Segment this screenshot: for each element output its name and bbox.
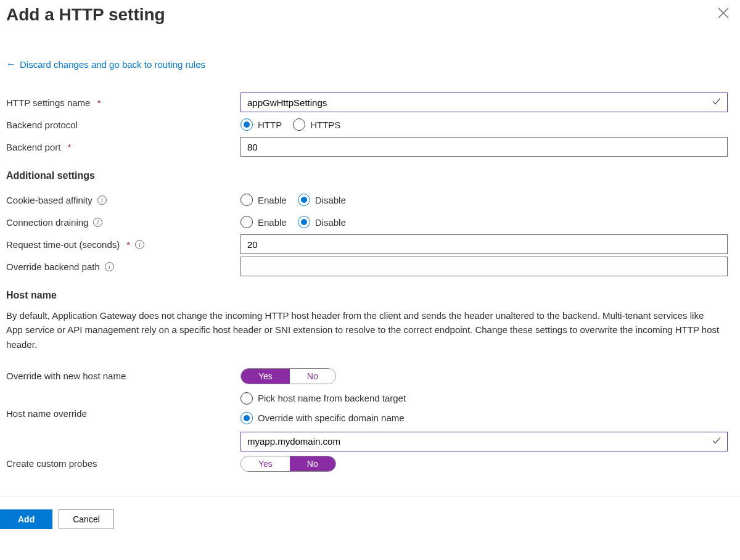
- protocol-https-label: HTTPS: [310, 120, 340, 130]
- info-icon[interactable]: i: [135, 240, 144, 249]
- draining-disable-label: Disable: [315, 217, 346, 228]
- hostname-description: By default, Application Gateway does not…: [6, 308, 722, 352]
- port-label: Backend port: [6, 142, 60, 152]
- settings-name-input[interactable]: [240, 93, 728, 112]
- override-new-toggle[interactable]: Yes No: [240, 368, 336, 384]
- discard-link[interactable]: ← Discard changes and go back to routing…: [6, 59, 734, 70]
- timeout-input[interactable]: [240, 234, 728, 254]
- page-title: Add a HTTP setting: [6, 5, 165, 25]
- draining-enable-radio[interactable]: Enable: [240, 216, 287, 228]
- cookie-label: Cookie-based affinity: [6, 195, 92, 205]
- specific-domain-radio[interactable]: Override with specific domain name: [240, 412, 406, 424]
- custom-probes-no[interactable]: No: [290, 456, 335, 471]
- draining-enable-label: Enable: [258, 217, 287, 228]
- custom-probes-toggle[interactable]: Yes No: [240, 456, 336, 472]
- timeout-label: Request time-out (seconds): [6, 239, 120, 250]
- port-input[interactable]: [240, 137, 728, 157]
- override-new-yes[interactable]: Yes: [241, 369, 290, 384]
- override-path-label: Override backend path: [6, 261, 100, 272]
- protocol-http-label: HTTP: [258, 120, 282, 130]
- pick-from-backend-label: Pick host name from backend target: [258, 393, 406, 403]
- discard-link-label: Discard changes and go back to routing r…: [20, 59, 205, 70]
- add-button[interactable]: Add: [0, 509, 52, 529]
- specific-domain-label: Override with specific domain name: [258, 413, 405, 423]
- hostname-heading: Host name: [6, 290, 734, 301]
- close-icon[interactable]: [713, 5, 734, 23]
- override-new-no[interactable]: No: [290, 369, 335, 384]
- additional-heading: Additional settings: [6, 170, 734, 181]
- custom-probes-label: Create custom probes: [6, 458, 97, 469]
- cookie-enable-label: Enable: [258, 195, 287, 205]
- protocol-label: Backend protocol: [6, 120, 78, 130]
- custom-probes-yes[interactable]: Yes: [241, 456, 290, 471]
- cookie-disable-radio[interactable]: Disable: [298, 194, 346, 206]
- cookie-enable-radio[interactable]: Enable: [240, 194, 287, 206]
- cookie-disable-label: Disable: [315, 195, 346, 205]
- info-icon[interactable]: i: [93, 218, 102, 227]
- arrow-left-icon: ←: [6, 59, 16, 70]
- required-star: *: [67, 142, 71, 152]
- info-icon[interactable]: i: [105, 262, 114, 271]
- protocol-http-radio[interactable]: HTTP: [240, 118, 282, 131]
- domain-input[interactable]: [240, 432, 728, 451]
- draining-label: Connection draining: [6, 217, 88, 228]
- pick-from-backend-radio[interactable]: Pick host name from backend target: [240, 392, 406, 405]
- draining-disable-radio[interactable]: Disable: [298, 216, 346, 228]
- settings-name-label: HTTP settings name: [6, 97, 90, 108]
- override-path-input[interactable]: [240, 257, 728, 276]
- hostname-override-label: Host name override: [6, 408, 87, 419]
- info-icon[interactable]: i: [97, 196, 107, 205]
- override-new-label: Override with new host name: [6, 371, 126, 381]
- required-star: *: [126, 239, 130, 250]
- required-star: *: [97, 97, 101, 108]
- protocol-https-radio[interactable]: HTTPS: [293, 118, 340, 131]
- cancel-button[interactable]: Cancel: [59, 509, 114, 529]
